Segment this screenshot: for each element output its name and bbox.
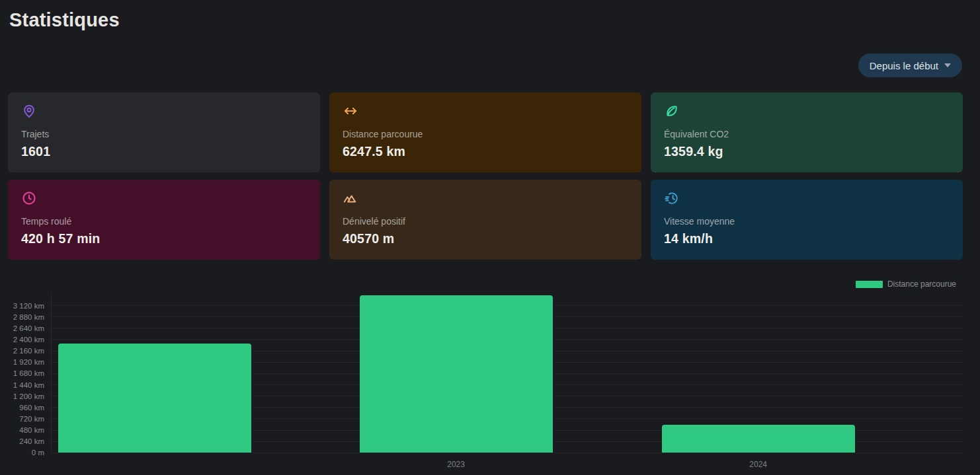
chart-bar[interactable] [360,295,553,453]
y-axis-tick-label: 480 km [0,425,44,435]
y-axis-tick-label: 960 km [0,403,44,412]
y-axis-tick-label: 1 920 km [0,357,44,367]
y-axis-tick-label: 240 km [0,437,44,446]
chart-bar[interactable] [662,425,855,453]
x-axis-tick-label: 2023 [427,460,486,469]
y-axis-tick-label: 1 200 km [0,392,44,401]
chart-bar[interactable] [58,344,251,453]
x-axis-tick-label: 2024 [729,460,788,469]
y-axis-tick-label: 1 680 km [0,369,44,378]
distance-bar-chart: Distance parcourue 3 120 km2 880 km2 640… [0,0,980,475]
chart-legend[interactable]: Distance parcourue [856,279,956,289]
statistics-page: Statistiques Depuis le début Trajets 160… [0,0,980,475]
y-axis-tick-label: 2 160 km [0,346,44,355]
y-axis-tick-label: 2 640 km [0,324,44,333]
y-axis-tick-label: 2 880 km [0,312,44,322]
chart-gridline [51,453,963,453]
y-axis-tick-label: 720 km [0,414,44,423]
y-axis-tick-label: 3 120 km [0,301,44,311]
y-axis-tick-label: 1 440 km [0,381,44,390]
y-axis-tick-label: 0 m [0,448,44,457]
y-axis-line [51,294,52,453]
legend-label: Distance parcourue [887,279,956,289]
y-axis-tick-label: 2 400 km [0,335,44,344]
legend-color-swatch [856,281,883,288]
